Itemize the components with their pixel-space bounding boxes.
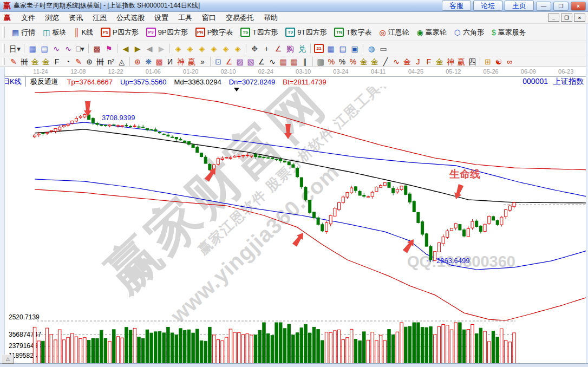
gold-ruler-icon[interactable]: 金	[30, 57, 41, 66]
menu-item-4[interactable]: 江恩	[88, 12, 112, 23]
hexagon-button[interactable]: ⬡六角形	[450, 28, 488, 37]
step-line-9-icon[interactable]: ∿	[62, 43, 74, 54]
calendar-21-icon[interactable]: 21	[313, 43, 325, 54]
ying-tool-icon[interactable]: 赢	[186, 57, 197, 66]
swap-tool-icon[interactable]: 兑	[296, 43, 308, 54]
grid-red-icon[interactable]: ▦	[278, 57, 289, 66]
yinyang-icon[interactable]: ☯	[493, 57, 504, 66]
wave-angle-red-icon[interactable]: ∿	[391, 57, 402, 66]
j-angle-red-icon[interactable]: J	[413, 57, 423, 66]
more-tools-icon[interactable]: »	[197, 57, 208, 66]
shen-tool-icon[interactable]: 神	[175, 57, 186, 66]
print-icon[interactable]: ▭	[377, 43, 389, 54]
minimize-button[interactable]: —	[536, 2, 551, 11]
titlebar-link-2[interactable]: 论坛	[473, 1, 502, 11]
pan-hand-icon[interactable]: ✥	[249, 43, 260, 54]
f-angle-red-icon[interactable]: F	[423, 57, 434, 66]
p-square-button[interactable]: PSP四方形	[97, 28, 142, 37]
gann-grid-purple-icon[interactable]: ▨	[234, 57, 245, 66]
si-angle-icon[interactable]: 四	[467, 57, 478, 66]
pen-tool-icon[interactable]: ✎	[8, 57, 19, 66]
trend-angle-icon[interactable]: ∠	[256, 57, 267, 66]
web-grid-icon[interactable]: ▩	[154, 57, 165, 66]
menu-item-2[interactable]: 浏览	[40, 12, 64, 23]
bar-style-dropdown[interactable]: □▾	[74, 43, 86, 54]
draw-angle-icon[interactable]: ╱	[380, 57, 391, 66]
diamond-expand-icon[interactable]: ◈	[196, 43, 208, 54]
flag-icon[interactable]: ⚑	[103, 43, 115, 54]
grid-red2-icon[interactable]: ▦	[289, 57, 299, 66]
titlebar-link-3[interactable]: 主页	[505, 1, 534, 11]
percent-icon[interactable]: %	[337, 57, 348, 66]
parallel-lines-icon[interactable]: ∥	[299, 57, 310, 66]
diamond-right-icon[interactable]: ◈	[184, 43, 196, 54]
diamond-cross-icon[interactable]: ◈	[232, 43, 244, 54]
step-line-3-icon[interactable]: ∿	[50, 43, 62, 54]
shen-angle-red-icon[interactable]: 神	[445, 57, 456, 66]
target-cross-icon[interactable]: ⊕	[132, 57, 143, 66]
gold-circle-icon[interactable]: 金	[358, 57, 369, 66]
menu-item-9[interactable]: 交易委托	[221, 12, 259, 23]
kline-chart-canvas[interactable]: 赢家财富网赢家江恩软件 股票分析软件 江恩工具软件www.yingjia360.…	[0, 87, 588, 367]
f-ruler-icon[interactable]: F	[51, 57, 62, 66]
first-bar-icon[interactable]: ◀	[120, 43, 132, 54]
layout-grid-icon[interactable]: ▦	[27, 43, 38, 54]
prev-bar-icon[interactable]: ◀	[143, 43, 155, 54]
winner-service-button[interactable]: $赢家服务	[488, 28, 530, 37]
percent-angle-red-icon[interactable]: %	[326, 57, 337, 66]
t-square-button[interactable]: TST四方形	[237, 28, 282, 37]
gold-line-icon[interactable]: 金	[369, 57, 380, 66]
price-table-icon[interactable]: ▥	[315, 57, 326, 66]
9p-square-button[interactable]: P99P四方形	[142, 28, 192, 37]
menu-item-8[interactable]: 窗口	[197, 12, 221, 23]
menu-item-1[interactable]: 文件	[16, 12, 40, 23]
notes-icon[interactable]: ▤	[38, 43, 50, 54]
percent-line-icon[interactable]: %	[348, 57, 358, 66]
ying-angle-red-icon[interactable]: 赢	[456, 57, 467, 66]
mdi-restore-button[interactable]: ❐	[561, 14, 572, 22]
last-bar-icon[interactable]: ▶	[132, 43, 143, 54]
web-icon[interactable]: ◍	[365, 43, 377, 54]
t-digit-table-button[interactable]: TNT数字表	[330, 28, 375, 37]
wave-tool-icon[interactable]: ∿	[267, 57, 278, 66]
mdi-close-button[interactable]: ×	[574, 14, 585, 22]
snowflake-grid-icon[interactable]: ❋	[143, 57, 154, 66]
n-squared-icon[interactable]: n²	[106, 57, 116, 66]
gann-wheel-button[interactable]: ◎江恩轮	[375, 28, 413, 37]
gold-ruler2-icon[interactable]: 金	[41, 57, 51, 66]
ruler-marks-icon[interactable]: 卌	[19, 57, 30, 66]
menu-item-5[interactable]: 公式选股	[112, 12, 149, 23]
gann-fan-purple-icon[interactable]: ▧	[245, 57, 256, 66]
compass-pen-icon[interactable]: ✎	[73, 57, 84, 66]
titlebar-link-1[interactable]: 客服	[442, 1, 471, 11]
gold-angle-icon[interactable]: 金	[434, 57, 445, 66]
buy-tool-icon[interactable]: 购	[284, 43, 296, 54]
angle-tool-icon[interactable]: ◬	[116, 57, 127, 66]
diamond-center-icon[interactable]: ◈	[208, 43, 220, 54]
color-grid-icon[interactable]: ⊞	[482, 57, 493, 66]
crosshair-icon[interactable]: +	[260, 43, 272, 54]
sector-button[interactable]: ◫板块	[39, 28, 70, 37]
circle-grid-icon[interactable]: ⊕	[84, 57, 95, 66]
diamond-star-icon[interactable]: ◈	[220, 43, 232, 54]
p-digit-table-button[interactable]: PNP数字表	[192, 28, 237, 37]
protractor-icon[interactable]: ∠	[272, 43, 284, 54]
mdi-minimize-button[interactable]: _	[548, 14, 559, 22]
wave-mark-icon[interactable]: И	[165, 57, 175, 66]
infinity-icon[interactable]: ∞	[504, 57, 515, 66]
gann-fan-red-icon[interactable]: ∠	[224, 57, 234, 66]
quote-button[interactable]: ▦行情	[8, 28, 39, 37]
next-bar-icon[interactable]: ▶	[155, 43, 167, 54]
menu-item-10[interactable]: 帮助	[259, 12, 283, 23]
9t-square-button[interactable]: T99T四方形	[282, 28, 330, 37]
spiral-tool-icon[interactable]: ◔	[62, 57, 73, 66]
restore-button[interactable]: ❐	[553, 2, 569, 11]
diamond-left-icon[interactable]: ◈	[172, 43, 184, 54]
data-grid-icon[interactable]: ▦	[325, 43, 337, 54]
save-icon[interactable]: ▣	[349, 43, 361, 54]
menu-item-3[interactable]: 资讯	[64, 12, 88, 23]
menu-item-7[interactable]: 工具	[173, 12, 197, 23]
box-grid-icon[interactable]: ⊡	[213, 57, 224, 66]
report-icon[interactable]: ▤	[337, 43, 349, 54]
pattern-icon[interactable]: ▩	[91, 43, 103, 54]
